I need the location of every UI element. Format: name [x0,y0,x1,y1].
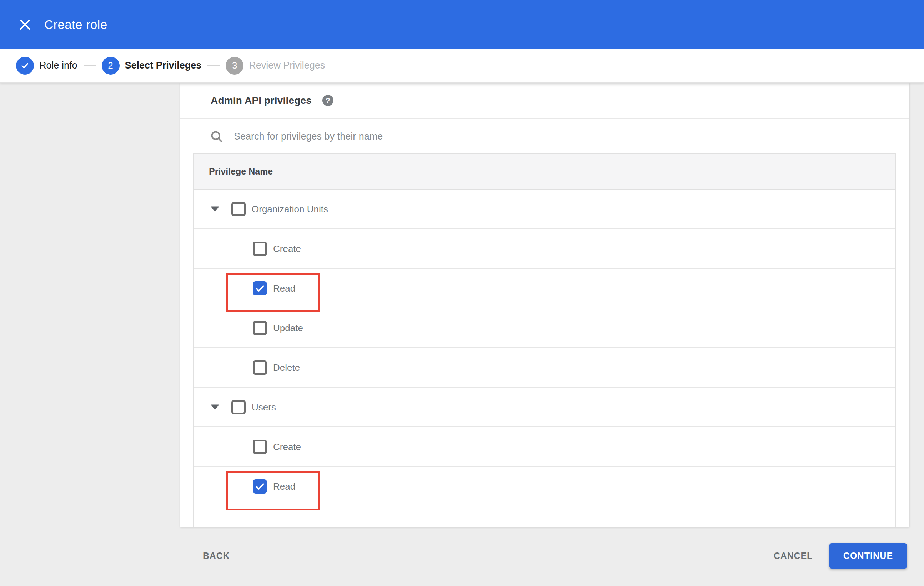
step-number-badge: 2 [102,57,120,74]
privileges-table: Privilege Name Organization Units Create… [193,153,896,527]
privilege-row[interactable]: Create [193,427,896,467]
dialog-title: Create role [44,18,107,32]
step-role-info[interactable]: Role info [16,57,78,74]
privilege-row[interactable] [193,506,896,527]
continue-button[interactable]: CONTINUE [829,543,907,568]
privilege-checkbox[interactable] [253,479,267,494]
privilege-label: Update [273,322,303,333]
privilege-group-row[interactable]: Users [193,388,896,427]
search-input[interactable] [233,131,734,142]
collapse-triangle-icon[interactable] [211,206,219,212]
panel-heading: Admin API privileges [211,95,312,106]
panel-heading-row: Admin API privileges ? [180,83,909,119]
check-icon [254,481,265,492]
step-label: Select Privileges [125,60,202,71]
privilege-label: Read [273,481,295,492]
create-role-dialog: Create role Role info 2 Select Privilege… [0,0,924,586]
close-icon-glyph [18,18,32,32]
stepper: Role info 2 Select Privileges 3 Review P… [0,49,924,83]
step-complete-check-icon [16,57,34,74]
privilege-label: Create [273,441,301,452]
privilege-checkbox[interactable] [253,321,267,335]
app-bar: Create role [0,0,924,49]
privilege-row[interactable]: Create [193,229,896,269]
step-label: Role info [39,60,78,71]
column-header-privilege-name: Privilege Name [209,166,273,177]
privilege-checkbox[interactable] [253,242,267,256]
privilege-label: Create [273,243,301,254]
privilege-label: Users [252,402,276,413]
step-select-privileges[interactable]: 2 Select Privileges [102,57,202,74]
close-icon[interactable] [16,16,33,33]
step-number-badge: 3 [226,57,244,74]
privilege-group-row[interactable]: Organization Units [193,189,896,229]
step-connector [84,65,96,66]
privilege-checkbox[interactable] [253,440,267,454]
privilege-row[interactable]: Read [193,269,896,308]
privileges-panel: Admin API privileges ? Privilege Name Or… [180,83,909,527]
check-icon [20,61,30,71]
privilege-label: Delete [273,362,300,373]
table-header-row: Privilege Name [193,154,896,189]
table-body: Organization Units Create Read Update De… [193,189,896,527]
back-button[interactable]: BACK [203,551,229,561]
privilege-row[interactable]: Update [193,308,896,348]
privilege-checkbox[interactable] [253,281,267,296]
help-icon[interactable]: ? [322,95,333,106]
privilege-checkbox[interactable] [253,360,267,375]
privilege-label: Organization Units [252,203,328,214]
check-icon [254,283,265,294]
privilege-checkbox[interactable] [231,202,246,216]
search-icon [210,130,223,143]
step-review-privileges[interactable]: 3 Review Privileges [226,57,325,74]
privilege-checkbox[interactable] [231,400,246,414]
step-label: Review Privileges [249,60,325,71]
step-connector [208,65,219,66]
privilege-label: Read [273,283,295,294]
collapse-triangle-icon[interactable] [211,404,219,410]
privilege-row[interactable]: Delete [193,348,896,388]
cancel-button[interactable]: CANCEL [774,551,813,561]
privilege-row[interactable]: Read [193,467,896,506]
privilege-search-row [180,120,909,153]
